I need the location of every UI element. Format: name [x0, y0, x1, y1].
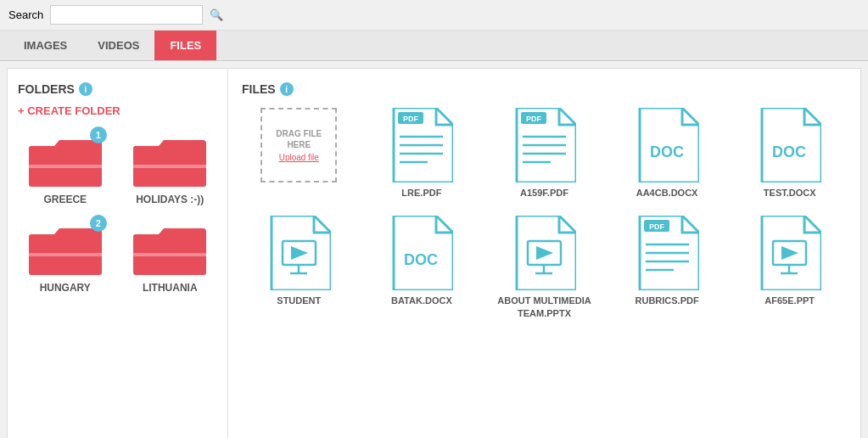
file-aa4cb-docx-icon: DOC	[636, 108, 699, 182]
file-a159f-pdf-name: A159F.PDF	[520, 187, 568, 199]
create-folder-button[interactable]: + CREATE FOLDER	[18, 104, 120, 117]
files-grid: DRAG FILEHERE Upload file PDF LRE.PDF	[242, 108, 847, 319]
folder-hungary-badge: 2	[90, 215, 107, 232]
tab-images[interactable]: IMAGES	[8, 31, 82, 60]
file-about-pptx[interactable]: ABOUT MULTIMEDIA TEAM.PPTX	[487, 216, 602, 319]
folder-greece-icon-wrap: 1	[27, 131, 104, 190]
tab-files[interactable]: FILES	[154, 31, 216, 60]
file-lre-pdf-icon: PDF	[389, 108, 453, 182]
folder-greece[interactable]: 1 GREECE	[18, 131, 113, 205]
svg-rect-5	[29, 253, 102, 256]
folder-lithuania-svg	[132, 219, 208, 278]
svg-text:PDF: PDF	[526, 115, 542, 123]
svg-rect-7	[133, 253, 206, 256]
file-about-pptx-name: ABOUT MULTIMEDIA TEAM.PPTX	[487, 295, 602, 319]
folder-hungary-name: HUNGARY	[40, 282, 91, 294]
folder-holidays-name: HOLIDAYS :-))	[136, 194, 204, 205]
file-about-pptx-icon	[512, 216, 576, 290]
drop-zone-text: DRAG FILEHERE	[276, 128, 322, 150]
files-panel: FILES i DRAG FILEHERE Upload file PDF	[228, 69, 860, 438]
folder-lithuania-icon-wrap	[132, 219, 208, 278]
file-aa4cb-docx-name: AA4CB.DOCX	[636, 187, 698, 199]
file-rubrics-pdf-name: RUBRICS.PDF	[636, 295, 699, 306]
tabs-bar: IMAGES VIDEOS FILES	[0, 31, 868, 61]
svg-text:PDF: PDF	[649, 222, 665, 231]
search-icon: 🔍	[210, 8, 223, 21]
file-test-docx-name: TEST.DOCX	[764, 187, 816, 199]
folders-info-icon: i	[79, 82, 92, 96]
drop-zone[interactable]: DRAG FILEHERE Upload file	[260, 108, 337, 182]
file-af65e-ppt[interactable]: AF65E.PPT	[732, 216, 847, 319]
top-bar: Search 🔍	[0, 0, 868, 31]
files-title: FILES i	[242, 82, 847, 96]
file-af65e-ppt-name: AF65E.PPT	[764, 295, 815, 306]
file-batak-docx-name: BATAK.DOCX	[391, 295, 452, 306]
upload-file-link[interactable]: Upload file	[279, 153, 319, 162]
file-student-name: STUDENT	[277, 295, 321, 306]
svg-text:PDF: PDF	[403, 115, 419, 123]
folder-hungary[interactable]: 2 HUNGARY	[18, 219, 113, 294]
file-test-docx-icon: DOC	[758, 108, 821, 182]
file-batak-docx-icon: DOC	[389, 216, 453, 290]
file-lre-pdf[interactable]: PDF LRE.PDF	[365, 108, 479, 199]
search-label: Search	[8, 8, 43, 21]
folder-holidays-icon-wrap	[132, 131, 208, 190]
tab-videos[interactable]: VIDEOS	[82, 31, 154, 60]
folders-title: FOLDERS i	[18, 82, 217, 96]
svg-marker-30	[536, 246, 553, 260]
file-a159f-pdf[interactable]: PDF A159F.PDF	[487, 108, 602, 199]
file-student-icon	[267, 216, 331, 290]
folders-panel: FOLDERS i + CREATE FOLDER 1 GREECE	[8, 69, 228, 438]
main-content: FOLDERS i + CREATE FOLDER 1 GREECE	[7, 68, 861, 438]
folder-hungary-icon-wrap: 2	[27, 219, 104, 278]
svg-rect-1	[29, 165, 102, 168]
svg-text:DOC: DOC	[650, 143, 684, 160]
folder-greece-badge: 1	[90, 126, 107, 143]
file-af65e-ppt-icon	[758, 216, 821, 290]
search-input[interactable]	[50, 5, 203, 25]
file-lre-pdf-name: LRE.PDF	[401, 187, 441, 199]
drop-zone-item[interactable]: DRAG FILEHERE Upload file	[242, 108, 356, 199]
file-a159f-pdf-icon: PDF	[512, 108, 576, 182]
svg-rect-3	[133, 165, 206, 168]
file-student[interactable]: STUDENT	[242, 216, 356, 319]
file-rubrics-pdf-icon: PDF	[636, 216, 699, 290]
folder-lithuania-name: LITHUANIA	[143, 282, 198, 294]
folder-lithuania[interactable]: LITHUANIA	[123, 219, 218, 294]
folder-holidays-svg	[132, 131, 208, 190]
folders-grid: 1 GREECE HOLIDAYS :-))	[18, 131, 217, 294]
svg-text:DOC: DOC	[404, 251, 438, 268]
svg-text:DOC: DOC	[772, 143, 806, 160]
file-test-docx[interactable]: DOC TEST.DOCX	[732, 108, 847, 199]
svg-marker-25	[291, 246, 308, 260]
file-aa4cb-docx[interactable]: DOC AA4CB.DOCX	[610, 108, 725, 199]
files-info-icon: i	[280, 82, 294, 96]
svg-marker-40	[781, 246, 798, 260]
folder-holidays[interactable]: HOLIDAYS :-))	[123, 131, 218, 205]
folder-greece-name: GREECE	[43, 194, 87, 205]
file-rubrics-pdf[interactable]: PDF RUBRICS.PDF	[610, 216, 725, 319]
file-batak-docx[interactable]: DOC BATAK.DOCX	[365, 216, 479, 319]
